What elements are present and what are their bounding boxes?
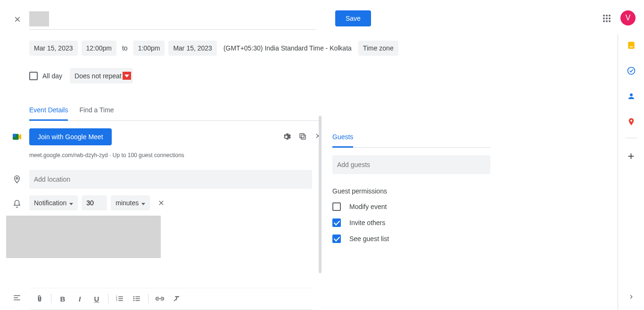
guests-underline [332, 147, 490, 148]
attachment-preview-placeholder [6, 216, 161, 258]
bullet-list-icon[interactable] [129, 292, 144, 305]
toolbar-sep [108, 294, 108, 303]
svg-point-12 [630, 93, 633, 96]
tab-guests[interactable]: Guests [332, 133, 353, 148]
svg-point-3 [603, 17, 605, 19]
underline-icon[interactable]: U [89, 292, 104, 305]
tab-find-a-time[interactable]: Find a Time [79, 106, 114, 121]
timezone-button[interactable]: Time zone [358, 41, 398, 56]
perm-invite-checkbox[interactable] [332, 218, 341, 227]
add-guests-input[interactable] [332, 155, 490, 174]
svg-point-23 [133, 298, 135, 300]
numbered-list-icon[interactable]: 123 [112, 292, 127, 305]
recurrence-dropdown[interactable]: Does not repeat [70, 68, 133, 84]
timezone-text: (GMT+05:30) India Standard Time - Kolkat… [221, 44, 355, 52]
svg-point-18 [16, 177, 18, 179]
tab-event-details[interactable]: Event Details [29, 106, 68, 121]
italic-icon[interactable]: I [72, 292, 87, 305]
start-time-chip[interactable]: 12:00pm [82, 41, 116, 56]
svg-point-1 [606, 15, 608, 17]
join-meet-button[interactable]: Join with Google Meet [29, 128, 112, 145]
allday-checkbox[interactable] [29, 72, 38, 80]
collapse-sidepanel-icon[interactable] [627, 293, 635, 301]
svg-point-5 [609, 17, 611, 19]
attach-icon[interactable] [32, 292, 47, 305]
meet-info: meet.google.com/rwb-dzyh-zyd · Up to 100… [29, 152, 322, 159]
svg-point-2 [609, 15, 611, 17]
notification-type-dropdown[interactable]: Notification [29, 195, 78, 210]
location-input[interactable] [29, 170, 312, 189]
notification-value-input[interactable] [82, 195, 107, 210]
perm-modify-checkbox[interactable] [332, 202, 341, 211]
svg-rect-9 [628, 42, 634, 49]
svg-rect-17 [300, 134, 304, 138]
tabs-underline [29, 120, 322, 121]
title-input-placeholder[interactable] [29, 11, 49, 26]
meet-icon [11, 131, 23, 142]
svg-point-6 [603, 20, 605, 22]
close-icon[interactable] [13, 15, 22, 24]
description-icon [11, 292, 23, 303]
side-panel: + [618, 34, 644, 310]
to-label: to [120, 44, 130, 52]
perm-invite-label: Invite others [349, 219, 385, 226]
svg-point-7 [606, 20, 608, 22]
keep-icon[interactable] [627, 41, 636, 50]
maps-icon[interactable] [627, 117, 636, 126]
perm-seelist-label: See guest list [349, 235, 389, 243]
google-apps-icon[interactable] [603, 14, 611, 23]
clear-format-icon[interactable] [169, 292, 184, 305]
svg-point-11 [627, 67, 635, 75]
perm-seelist-checkbox[interactable] [332, 235, 341, 243]
toolbar-sep [148, 294, 149, 303]
location-icon [11, 174, 23, 185]
svg-point-13 [630, 120, 632, 122]
svg-rect-16 [301, 135, 305, 139]
add-addon-icon[interactable]: + [627, 150, 634, 163]
end-time-chip[interactable]: 1:00pm [133, 41, 165, 56]
contacts-icon[interactable] [627, 92, 636, 101]
meet-copy-icon[interactable] [298, 132, 307, 142]
start-date-chip[interactable]: Mar 15, 2023 [29, 41, 78, 56]
notification-remove-icon[interactable] [157, 199, 165, 207]
side-divider [626, 138, 637, 138]
svg-point-0 [603, 15, 605, 17]
save-button[interactable]: Save [335, 10, 371, 26]
allday-label: All day [42, 72, 62, 80]
recurrence-dropdown-arrow[interactable] [123, 72, 131, 80]
svg-point-24 [133, 300, 135, 302]
datetime-row: Mar 15, 2023 12:00pm to 1:00pm Mar 15, 2… [29, 41, 491, 56]
user-avatar[interactable]: V [620, 10, 636, 25]
perm-modify-label: Modify event [349, 203, 387, 210]
notification-icon [11, 198, 23, 209]
end-date-chip[interactable]: Mar 15, 2023 [168, 41, 217, 56]
title-underline [29, 29, 316, 30]
meet-settings-icon[interactable] [281, 132, 291, 142]
scrollbar[interactable] [319, 116, 322, 273]
toolbar-sep [51, 294, 51, 303]
link-icon[interactable] [152, 292, 167, 305]
notification-unit-dropdown[interactable]: minutes [111, 195, 150, 210]
svg-text:3: 3 [116, 299, 117, 302]
tasks-icon[interactable] [627, 66, 636, 75]
guest-permissions-title: Guest permissions [332, 187, 490, 195]
svg-rect-15 [13, 134, 16, 137]
svg-point-22 [133, 296, 135, 298]
svg-point-8 [609, 20, 611, 22]
bold-icon[interactable]: B [55, 292, 70, 305]
recurrence-label: Does not repeat [74, 72, 122, 80]
svg-point-4 [606, 17, 608, 19]
svg-rect-10 [629, 47, 633, 48]
